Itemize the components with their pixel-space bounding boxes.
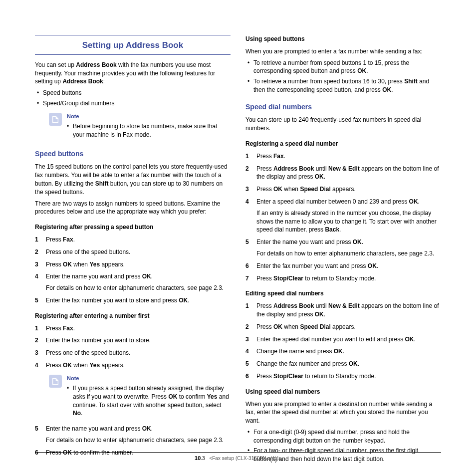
sub-heading: Editing speed dial numbers <box>245 289 441 298</box>
step: Enter the name you want and press OK. Fo… <box>245 238 441 258</box>
note-icon <box>49 375 62 388</box>
step: Enter the fax number you want to store. <box>35 336 231 345</box>
left-column: Setting up Address Book You can set up A… <box>35 35 231 466</box>
step: Enter the fax number you want and press … <box>245 262 441 270</box>
step: Press Stop/Clear to return to Standby mo… <box>245 274 441 283</box>
section-heading: Speed dial numbers <box>245 102 441 112</box>
step: Press OK when Yes appears. <box>35 361 231 370</box>
step: Enter the name you want and press OK. Fo… <box>35 425 231 445</box>
step: Press Address Book until New & Edit appe… <box>245 302 441 319</box>
list-item: Speed/Group dial numbers <box>37 99 231 108</box>
paragraph: There are two ways to assign numbers to … <box>35 200 231 217</box>
note-label: Note <box>67 113 231 120</box>
sub-heading: Registering after pressing a speed butto… <box>35 223 231 232</box>
paragraph: The 15 speed buttons on the control pane… <box>35 163 231 196</box>
step-sub: If an entry is already stored in the num… <box>256 209 441 234</box>
steps-list: Press Fax. Enter the fax number you want… <box>35 324 231 370</box>
step: Press one of the speed buttons. <box>35 349 231 357</box>
steps-list: Press Fax. Press Address Book until New … <box>245 152 441 283</box>
page-number-rest: .3 <box>201 456 205 461</box>
list-item: For a one-digit (0-9) speed dial number,… <box>247 428 441 445</box>
note-text: If you press a speed button already assi… <box>67 384 231 418</box>
step: Enter a speed dial number between 0 and … <box>245 198 441 234</box>
note-box: Note If you press a speed button already… <box>49 375 231 420</box>
paragraph: You can store up to 240 frequently-used … <box>245 116 441 133</box>
intro-bullets: Speed buttons Speed/Group dial numbers <box>37 89 231 108</box>
note-icon <box>49 113 62 126</box>
list-item: To retrieve a number from speed buttons … <box>247 77 441 94</box>
step: Press Fax. <box>245 152 441 161</box>
step-sub: For details on how to enter alphanumeric… <box>46 436 231 445</box>
right-column: Using speed buttons When you are prompte… <box>245 35 441 466</box>
paragraph: When you are prompted to enter a fax num… <box>245 47 441 56</box>
note-box: Note Before beginning to store fax numbe… <box>49 113 231 141</box>
step: Press OK when Speed Dial appears. <box>245 323 441 331</box>
chapter-label: <Fax setup (CLX-3160FN only)> <box>209 456 281 461</box>
main-title: Setting up Address Book <box>35 35 231 55</box>
page-columns: Setting up Address Book You can set up A… <box>35 35 441 466</box>
bullet-list: To retrieve a number from speed buttons … <box>247 59 441 94</box>
sub-heading: Registering after entering a number firs… <box>35 312 231 320</box>
note-label: Note <box>67 375 231 382</box>
list-item: To retrieve a number from speed buttons … <box>247 59 441 76</box>
step-sub: For details on how to enter alphanumeric… <box>46 284 231 292</box>
list-item: Speed buttons <box>37 89 231 97</box>
steps-list: Press Fax. Press one of the speed button… <box>35 236 231 305</box>
steps-list: Press Address Book until New & Edit appe… <box>245 302 441 381</box>
step-sub: For details on how to enter alphanumeric… <box>256 249 441 258</box>
page-footer: 10.3 <Fax setup (CLX-3160FN only)> <box>35 452 441 462</box>
step: Press OK when Yes appears. <box>35 260 231 269</box>
step: Press Stop/Clear to return to Standby mo… <box>245 372 441 381</box>
sub-heading: Using speed dial numbers <box>245 388 441 396</box>
step: Enter the name you want and press OK. Fo… <box>35 272 231 292</box>
sub-heading: Using speed buttons <box>245 35 441 43</box>
step: Change the name and press OK. <box>245 347 441 356</box>
note-text: Before beginning to store fax numbers, m… <box>67 122 231 139</box>
step: Enter the speed dial number you want to … <box>245 335 441 344</box>
intro-paragraph: You can set up Address Book with the fax… <box>35 61 231 86</box>
step: Press Fax. <box>35 324 231 333</box>
step: Enter the fax number you want to store a… <box>35 296 231 305</box>
page-number-bold: 10 <box>195 455 201 461</box>
sub-heading: Registering a speed dial number <box>245 140 441 148</box>
step: Change the fax number and press OK. <box>245 360 441 368</box>
step: Press OK when Speed Dial appears. <box>245 185 441 194</box>
step: Press one of the speed buttons. <box>35 248 231 256</box>
section-heading: Speed buttons <box>35 149 231 159</box>
step: Press Fax. <box>35 236 231 244</box>
paragraph: When you are prompted to enter a destina… <box>245 400 441 425</box>
step: Press Address Book until New & Edit appe… <box>245 165 441 182</box>
